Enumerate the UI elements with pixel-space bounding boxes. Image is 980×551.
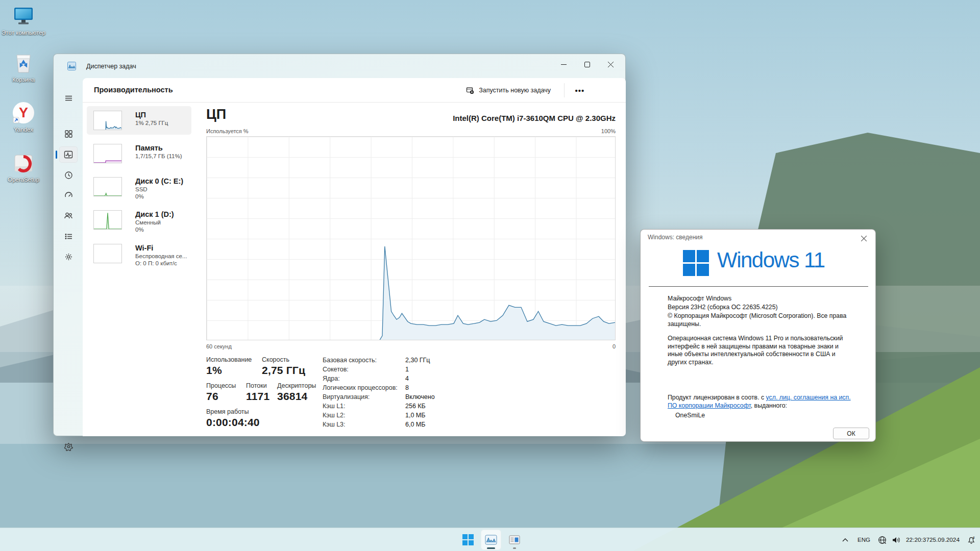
more-options-button[interactable]: •••: [570, 82, 590, 98]
sidebar-item-disk1[interactable]: Диск 1 (D:) Сменный 0%: [87, 206, 191, 235]
detail-label: Сокетов:: [323, 366, 349, 373]
performance-icon[interactable]: [59, 146, 78, 163]
task-manager-app-icon: [67, 62, 76, 70]
task-manager-window: Диспетчер задач: [53, 54, 626, 436]
processes-icon[interactable]: [59, 126, 78, 142]
details-icon[interactable]: [59, 228, 78, 244]
graph-y-max: 100%: [601, 128, 616, 134]
network-globe-icon[interactable]: [875, 530, 889, 550]
task-manager-icon: [485, 534, 497, 546]
winver-trademark-notice: Операционная система Windows 11 Pro и по…: [668, 335, 853, 366]
ok-button[interactable]: ОК: [833, 428, 869, 439]
cpu-model-name: Intel(R) Core(TM) i7-3610QM CPU @ 2.30GH…: [453, 114, 616, 122]
desktop-icon-recycle-bin[interactable]: Корзина: [1, 51, 46, 83]
active-window-indicator: [487, 547, 495, 549]
windows-logo-icon: [683, 250, 709, 276]
tray-chevron-up-icon[interactable]: [838, 530, 852, 550]
volume-icon[interactable]: [889, 530, 903, 550]
detail-value: Включено: [405, 393, 435, 400]
clock[interactable]: 22:20:37 25.09.2024: [903, 530, 963, 550]
task-manager-titlebar[interactable]: Диспетчер задач: [54, 54, 625, 79]
settings-icon[interactable]: [59, 438, 78, 455]
desktop-icon-label: OperaSetup: [1, 177, 46, 183]
sidebar-item-cpu[interactable]: ЦП 1% 2,75 ГГц: [87, 106, 191, 135]
detail-label: Ядра:: [323, 375, 340, 382]
svg-text:Y: Y: [19, 105, 28, 120]
sidebar-item-subtitle: 1,7/15,7 ГБ (11%): [135, 153, 191, 160]
winver-license-text: Продукт лицензирован в соотв. с усл. лиц…: [668, 394, 853, 410]
taskbar: ENG 22:20:37 25.09.2024 z: [0, 528, 980, 551]
desktop-icon-label: Yandex: [1, 127, 46, 133]
taskbar-winver-button[interactable]: [504, 530, 525, 550]
detail-label: Кэш L3:: [323, 421, 346, 428]
winver-version: Версия 23H2 (сборка ОС 22635.4225): [668, 304, 853, 312]
svg-text:z: z: [973, 536, 975, 539]
recycle-bin-icon: [12, 51, 35, 74]
tray-date: 25.09.2024: [929, 536, 960, 543]
stat-handles: Дескрипторы36814: [277, 382, 316, 403]
run-new-task-button[interactable]: Запустить новую задачу: [460, 82, 557, 98]
opera-icon: [12, 151, 35, 174]
detail-label: Виртуализация:: [323, 393, 370, 400]
winver-window-icon: [508, 534, 521, 546]
new-task-icon: [466, 86, 474, 94]
sidebar-item-disk0[interactable]: Диск 0 (C: E:) SSD 0%: [87, 172, 191, 202]
sidebar-item-subtitle2: О: 0 П: 0 кбит/с: [135, 260, 191, 267]
window-title: Диспетчер задач: [86, 63, 136, 70]
sidebar-item-title: Wi-Fi: [135, 244, 191, 253]
sidebar-item-memory[interactable]: Память 1,7/15,7 ГБ (11%): [87, 139, 191, 168]
desktop-icon-this-pc[interactable]: Этот компьютер: [1, 4, 46, 36]
sidebar-item-subtitle2: 0%: [135, 193, 191, 200]
toolbar-divider: [564, 83, 565, 97]
run-new-task-label: Запустить новую задачу: [479, 87, 551, 94]
winver-copyright: © Корпорация Майкрософт (Microsoft Corpo…: [668, 312, 853, 328]
app-history-icon[interactable]: [59, 167, 78, 183]
detail-value: 1,0 МБ: [405, 412, 425, 419]
sidebar-item-title: Диск 0 (C: E:): [135, 177, 191, 186]
services-icon[interactable]: [59, 248, 78, 265]
minimize-button[interactable]: [552, 55, 575, 73]
winver-licensee: OneSmiLe: [675, 412, 861, 420]
detail-label: Кэш L1:: [323, 403, 346, 410]
wifi-mini-graph: [93, 244, 122, 263]
notification-bell-icon[interactable]: z: [963, 530, 980, 550]
startup-apps-icon[interactable]: [59, 187, 78, 203]
detail-label: Кэш L2:: [323, 412, 346, 419]
disk0-mini-graph: [93, 177, 122, 196]
sidebar-item-wifi[interactable]: Wi-Fi Беспроводная се... О: 0 П: 0 кбит/…: [87, 239, 191, 269]
users-icon[interactable]: [59, 207, 78, 223]
stat-threads: Потоки1171: [246, 382, 270, 403]
detail-value: 8: [405, 384, 409, 391]
sidebar-item-subtitle: Беспроводная се...: [135, 253, 191, 260]
sidebar-item-title: Диск 1 (D:): [135, 210, 191, 219]
start-button[interactable]: [458, 530, 478, 550]
dialog-title: Windows: сведения: [648, 234, 703, 241]
winver-dialog: Windows: сведения Windows 11 Майкрософт …: [640, 229, 876, 442]
selected-indicator: [56, 151, 57, 159]
detail-value: 1: [405, 366, 409, 373]
graph-y-label: Используется %: [206, 128, 249, 134]
sidebar-item-subtitle2: 0%: [135, 226, 191, 233]
sidebar-item-subtitle: SSD: [135, 186, 191, 193]
graph-x-left-label: 60 секунд: [206, 343, 232, 349]
maximize-button[interactable]: [575, 55, 599, 73]
graph-x-right-label: 0: [612, 343, 616, 349]
language-indicator[interactable]: ENG: [852, 530, 875, 550]
detail-value: 256 КБ: [405, 403, 426, 410]
desktop-icon-label: Этот компьютер: [1, 30, 46, 36]
sidebar-item-title: Память: [135, 144, 191, 153]
stat-processes: Процессы76: [206, 382, 236, 403]
stat-speed: Скорость2,75 ГГц: [262, 356, 305, 377]
cpu-pane-title: ЦП: [206, 107, 226, 122]
detail-value: 6,0 МБ: [405, 421, 425, 428]
cpu-usage-graph[interactable]: [206, 136, 616, 340]
disk1-mini-graph: [93, 210, 122, 230]
dialog-close-icon[interactable]: [858, 233, 869, 244]
taskbar-task-manager-button[interactable]: [481, 530, 501, 550]
close-button[interactable]: [599, 55, 622, 73]
menu-icon[interactable]: [59, 90, 78, 106]
desktop-icon-opera-setup[interactable]: OperaSetup: [1, 151, 46, 183]
open-window-indicator: [513, 547, 516, 549]
desktop-icon-yandex[interactable]: Y Yandex: [1, 101, 46, 133]
dialog-divider: [649, 286, 868, 287]
